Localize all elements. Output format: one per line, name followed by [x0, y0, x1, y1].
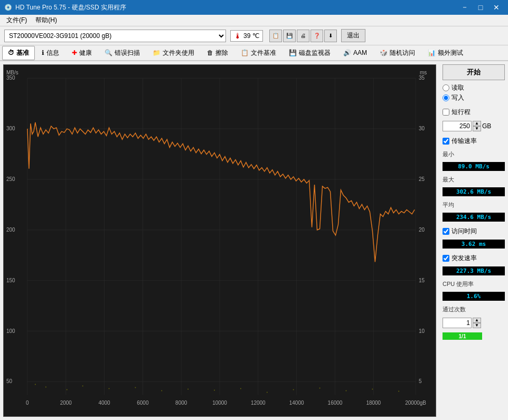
main-area: 350 300 250 200 150 100 50 MB/s 35 30 25… — [0, 61, 508, 420]
svg-point-59 — [345, 390, 346, 392]
titlebar-left: 💿 HD Tune Pro 5.75 - 硬盘/SSD 实用程序 — [4, 3, 126, 12]
app-icon: 💿 — [4, 4, 12, 11]
download-icon[interactable]: ⬇ — [324, 30, 337, 42]
short-stroke-spinner: ▲ ▼ — [473, 121, 481, 131]
svg-text:50: 50 — [6, 378, 13, 384]
short-stroke-input[interactable] — [443, 109, 449, 116]
access-time-value: 3.62 ms — [443, 240, 505, 249]
save-icon[interactable]: 💾 — [283, 30, 296, 42]
svg-text:MB/s: MB/s — [6, 70, 18, 75]
svg-text:250: 250 — [6, 176, 15, 182]
pass-count-input[interactable] — [443, 318, 472, 328]
toolbar-icons: 📋 💾 🖨 ❓ ⬇ — [269, 30, 337, 42]
copy-icon[interactable]: 📋 — [269, 30, 282, 42]
tab-folder-usage[interactable]: 📁 文件夹使用 — [147, 46, 200, 60]
drive-selector[interactable]: ST20000VE002-3G9101 (20000 gB) — [4, 30, 226, 42]
svg-point-52 — [161, 390, 162, 392]
temp-value: 39 — [243, 32, 250, 40]
exit-button[interactable]: 退出 — [341, 29, 365, 42]
tab-benchmark[interactable]: ⏱ 基准 — [2, 46, 35, 60]
cpu-value: 1.6% — [443, 292, 505, 301]
svg-text:300: 300 — [6, 126, 15, 131]
read-radio-input[interactable] — [443, 84, 449, 91]
app-title: HD Tune Pro 5.75 - 硬盘/SSD 实用程序 — [15, 3, 126, 12]
avg-value: 234.6 MB/s — [443, 213, 505, 222]
svg-text:0: 0 — [26, 400, 29, 406]
temp-unit: ℃ — [252, 32, 259, 40]
start-button[interactable]: 开始 — [443, 64, 505, 80]
access-time-checkbox[interactable]: 访问时间 — [443, 227, 505, 236]
info-icon: ℹ — [42, 49, 44, 56]
svg-text:100: 100 — [6, 328, 15, 334]
tab-aam[interactable]: 🔊 AAM — [337, 46, 373, 59]
pass-spin-down[interactable]: ▼ — [473, 323, 481, 328]
svg-text:18000: 18000 — [366, 400, 381, 406]
menu-help[interactable]: 帮助(H) — [31, 15, 61, 26]
svg-text:10: 10 — [419, 328, 425, 334]
help-icon[interactable]: ❓ — [311, 30, 323, 42]
svg-point-46 — [35, 384, 36, 385]
menu-file[interactable]: 文件(F) — [2, 15, 31, 26]
tab-file-benchmark[interactable]: 📋 文件基准 — [235, 46, 282, 60]
burst-rate-input[interactable] — [443, 255, 449, 262]
close-button[interactable]: ✕ — [489, 2, 504, 13]
svg-text:25: 25 — [419, 176, 425, 182]
svg-point-51 — [135, 387, 136, 388]
progress-text: 1/1 — [459, 333, 466, 339]
tab-random-access[interactable]: 🎲 随机访问 — [374, 46, 421, 60]
svg-text:5: 5 — [419, 378, 422, 384]
svg-text:200: 200 — [6, 227, 15, 233]
maximize-button[interactable]: □ — [473, 2, 488, 13]
tab-disk-monitor[interactable]: 💾 磁盘监视器 — [283, 46, 336, 60]
aam-icon: 🔊 — [343, 49, 351, 56]
cpu-label: CPU 使用率 — [443, 280, 505, 288]
transfer-rate-checkbox[interactable]: 传输速率 — [443, 137, 505, 146]
svg-point-61 — [398, 391, 399, 392]
svg-text:16000: 16000 — [328, 400, 343, 406]
tab-error-scan[interactable]: 🔍 错误扫描 — [99, 46, 146, 60]
spin-up[interactable]: ▲ — [473, 121, 481, 126]
drive-row: ST20000VE002-3G9101 (20000 gB) 🌡 39 ℃ 📋 … — [0, 26, 508, 45]
spin-down[interactable]: ▼ — [473, 126, 481, 131]
min-value: 89.0 MB/s — [443, 162, 505, 171]
svg-point-48 — [67, 389, 68, 390]
titlebar: 💿 HD Tune Pro 5.75 - 硬盘/SSD 实用程序 － □ ✕ — [0, 0, 508, 15]
avg-label: 平均 — [443, 201, 505, 209]
chart-area: 350 300 250 200 150 100 50 MB/s 35 30 25… — [3, 64, 436, 417]
pass-spinner: ▲ ▼ — [473, 318, 481, 328]
tab-erase[interactable]: 🗑 擦除 — [201, 46, 234, 60]
short-stroke-checkbox[interactable]: 短行程 — [443, 108, 505, 117]
print-icon[interactable]: 🖨 — [297, 30, 309, 42]
read-radio[interactable]: 读取 — [443, 83, 505, 92]
svg-point-56 — [267, 392, 268, 393]
svg-text:35: 35 — [419, 75, 425, 81]
random-icon: 🎲 — [380, 49, 388, 56]
svg-point-53 — [187, 389, 189, 390]
short-stroke-value-input[interactable] — [443, 121, 472, 131]
burst-rate-value: 227.3 MB/s — [443, 266, 505, 275]
thermometer-icon: 🌡 — [234, 32, 241, 40]
extra-icon: 📊 — [428, 49, 436, 56]
error-scan-icon: 🔍 — [105, 49, 112, 56]
burst-rate-checkbox[interactable]: 突发速率 — [443, 254, 505, 263]
minimize-button[interactable]: － — [457, 2, 472, 13]
transfer-rate-input[interactable] — [443, 138, 449, 145]
svg-text:14000: 14000 — [289, 400, 304, 406]
svg-text:12000: 12000 — [251, 400, 266, 406]
pass-spin-up[interactable]: ▲ — [473, 318, 481, 323]
write-radio-input[interactable] — [443, 94, 449, 101]
min-label: 最小 — [443, 150, 505, 158]
benchmark-chart: 350 300 250 200 150 100 50 MB/s 35 30 25… — [4, 65, 436, 416]
svg-text:ms: ms — [420, 70, 427, 75]
tab-info[interactable]: ℹ 信息 — [36, 46, 65, 60]
access-time-input[interactable] — [443, 228, 449, 235]
tab-extra-test[interactable]: 📊 额外测试 — [422, 46, 469, 60]
write-radio[interactable]: 写入 — [443, 93, 505, 102]
svg-text:20000gB: 20000gB — [405, 400, 426, 406]
svg-text:10000: 10000 — [212, 400, 227, 406]
disk-monitor-icon: 💾 — [289, 49, 297, 56]
tab-health[interactable]: ✚ 健康 — [66, 46, 98, 60]
svg-point-47 — [45, 386, 46, 387]
folder-icon: 📁 — [153, 49, 161, 56]
health-icon: ✚ — [72, 49, 77, 56]
